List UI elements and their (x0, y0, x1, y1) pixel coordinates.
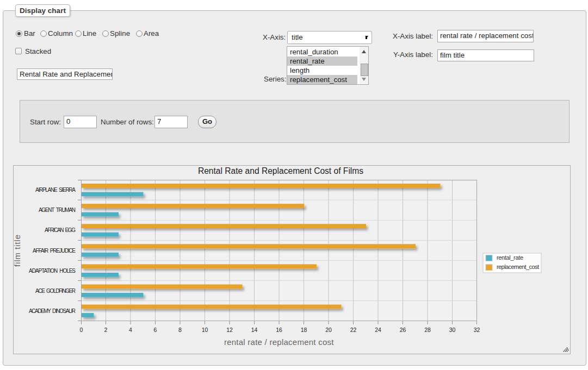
svg-text:ACADEMY DINOSAUR: ACADEMY DINOSAUR (29, 308, 76, 314)
svg-text:film title: film title (14, 234, 22, 267)
svg-text:rental rate / replacement cost: rental rate / replacement cost (224, 337, 334, 347)
svg-text:16: 16 (276, 327, 282, 333)
svg-text:28: 28 (424, 327, 431, 333)
svg-text:18: 18 (301, 327, 307, 333)
svg-text:rental_rate: rental_rate (497, 254, 523, 261)
svg-text:2: 2 (104, 327, 108, 333)
svg-text:ADAPTATION HOLES: ADAPTATION HOLES (29, 268, 76, 274)
svg-text:32: 32 (474, 327, 480, 333)
svg-text:30: 30 (449, 327, 456, 333)
svg-text:AFFAIR PREJUDICE: AFFAIR PREJUDICE (33, 248, 76, 254)
svg-text:AFRICAN EGG: AFRICAN EGG (45, 227, 76, 233)
svg-text:Rental Rate and Replacement Co: Rental Rate and Replacement Cost of Film… (198, 166, 363, 175)
svg-text:8: 8 (178, 327, 182, 333)
svg-text:4: 4 (129, 327, 132, 333)
svg-text:AIRPLANE SIERRA: AIRPLANE SIERRA (35, 187, 76, 193)
svg-text:12: 12 (226, 327, 233, 333)
svg-text:26: 26 (400, 327, 406, 333)
svg-text:AGENT TRUMAN: AGENT TRUMAN (39, 207, 76, 213)
svg-text:14: 14 (251, 327, 258, 333)
svg-text:ACE GOLDFINGER: ACE GOLDFINGER (35, 288, 76, 294)
svg-text:replacement_cost: replacement_cost (497, 264, 539, 270)
svg-text:20: 20 (325, 327, 332, 333)
svg-text:24: 24 (375, 327, 381, 333)
svg-text:22: 22 (350, 327, 357, 333)
svg-text:0: 0 (80, 327, 83, 333)
svg-text:6: 6 (154, 327, 157, 333)
svg-text:10: 10 (202, 327, 208, 333)
